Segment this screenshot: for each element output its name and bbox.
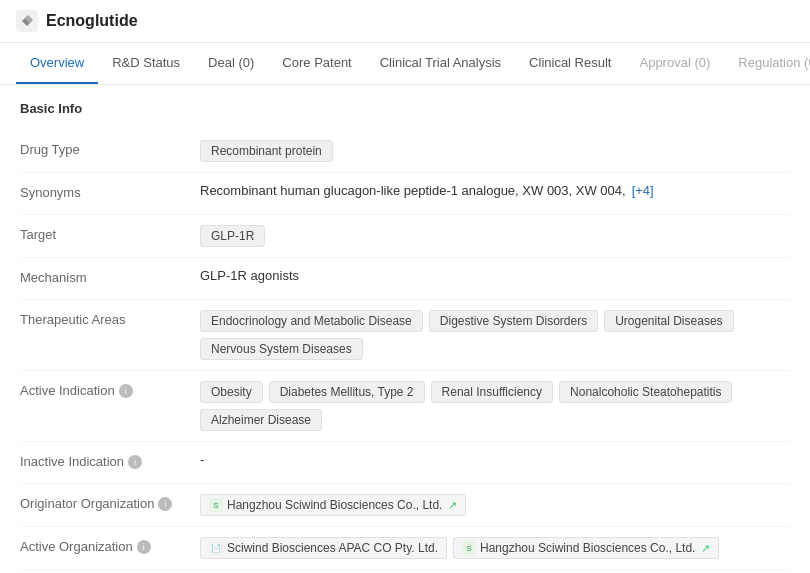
originator-org-label: Originator Organization i (20, 494, 200, 511)
org-name: Hangzhou Sciwind Biosciences Co., Ltd. (227, 498, 442, 512)
page-title: Ecnoglutide (46, 12, 138, 30)
active-org-label: Active Organization i (20, 537, 200, 554)
tab-regulation: Regulation (0) (724, 43, 810, 84)
originator-org-row: Originator Organization i S Hangzhou Sci… (20, 484, 790, 527)
drug-type-value: Recombinant protein (200, 140, 790, 162)
inactive-indication-row: Inactive Indication i - (20, 442, 790, 484)
tab-overview[interactable]: Overview (16, 43, 98, 84)
indication-tag-0: Obesity (200, 381, 263, 403)
originator-org-tag-0[interactable]: S Hangzhou Sciwind Biosciences Co., Ltd.… (200, 494, 466, 516)
org-external-link-icon-1: ↗ (701, 542, 710, 555)
active-org-value: 📄 Sciwind Biosciences APAC CO Pty. Ltd. … (200, 537, 790, 559)
therapeutic-areas-value: Endocrinology and Metabolic Disease Dige… (200, 310, 790, 360)
active-indication-value: Obesity Diabetes Mellitus, Type 2 Renal … (200, 381, 790, 431)
originator-org-value: S Hangzhou Sciwind Biosciences Co., Ltd.… (200, 494, 790, 516)
org-logo-icon: S (209, 498, 223, 512)
therapeutic-area-tag-1: Digestive System Disorders (429, 310, 598, 332)
therapeutic-area-tag-3: Nervous System Diseases (200, 338, 363, 360)
org-name-1: Hangzhou Sciwind Biosciences Co., Ltd. (480, 541, 695, 555)
active-org-row: Active Organization i 📄 Sciwind Bioscien… (20, 527, 790, 570)
active-org-tag-0[interactable]: 📄 Sciwind Biosciences APAC CO Pty. Ltd. (200, 537, 447, 559)
active-indication-row: Active Indication i Obesity Diabetes Mel… (20, 371, 790, 442)
therapeutic-area-tag-0: Endocrinology and Metabolic Disease (200, 310, 423, 332)
inactive-indication-value: - (200, 452, 790, 467)
drug-type-label: Drug Type (20, 140, 200, 157)
therapeutic-areas-label: Therapeutic Areas (20, 310, 200, 327)
active-org-info-icon[interactable]: i (137, 540, 151, 554)
originator-org-info-icon[interactable]: i (158, 497, 172, 511)
tab-clinical-result[interactable]: Clinical Result (515, 43, 625, 84)
org-logo-icon-1: S (462, 541, 476, 555)
mechanism-value: GLP-1R agonists (200, 268, 790, 283)
indication-tag-3: Nonalcoholic Steatohepatitis (559, 381, 732, 403)
tab-core-patent[interactable]: Core Patent (268, 43, 365, 84)
section-title: Basic Info (20, 101, 790, 116)
mechanism-label: Mechanism (20, 268, 200, 285)
drug-icon (16, 10, 38, 32)
tab-clinical-trial[interactable]: Clinical Trial Analysis (366, 43, 515, 84)
nav-tabs: Overview R&D Status Deal (0) Core Patent… (0, 43, 810, 85)
synonyms-row: Synonyms Recombinant human glucagon-like… (20, 173, 790, 215)
therapeutic-areas-row: Therapeutic Areas Endocrinology and Meta… (20, 300, 790, 371)
target-value: GLP-1R (200, 225, 790, 247)
target-tag: GLP-1R (200, 225, 265, 247)
synonyms-text: Recombinant human glucagon-like peptide-… (200, 183, 626, 198)
page-header: Ecnoglutide (0, 0, 810, 43)
inactive-indication-info-icon[interactable]: i (128, 455, 142, 469)
target-row: Target GLP-1R (20, 215, 790, 258)
synonyms-label: Synonyms (20, 183, 200, 200)
tab-rd-status[interactable]: R&D Status (98, 43, 194, 84)
main-content: Basic Info Drug Type Recombinant protein… (0, 85, 810, 573)
active-indication-info-icon[interactable]: i (119, 384, 133, 398)
tab-approval: Approval (0) (625, 43, 724, 84)
inactive-indication-label: Inactive Indication i (20, 452, 200, 469)
therapeutic-area-tag-2: Urogenital Diseases (604, 310, 733, 332)
active-indication-label: Active Indication i (20, 381, 200, 398)
org-name-0: Sciwind Biosciences APAC CO Pty. Ltd. (227, 541, 438, 555)
drug-type-row: Drug Type Recombinant protein (20, 130, 790, 173)
drug-type-tag: Recombinant protein (200, 140, 333, 162)
mechanism-row: Mechanism GLP-1R agonists (20, 258, 790, 300)
synonyms-value: Recombinant human glucagon-like peptide-… (200, 183, 790, 198)
org-doc-icon: 📄 (209, 541, 223, 555)
synonyms-more[interactable]: [+4] (632, 183, 654, 198)
indication-tag-2: Renal Insufficiency (431, 381, 554, 403)
indication-tag-4: Alzheimer Disease (200, 409, 322, 431)
active-org-tag-1[interactable]: S Hangzhou Sciwind Biosciences Co., Ltd.… (453, 537, 719, 559)
org-external-link-icon: ↗ (448, 499, 457, 512)
target-label: Target (20, 225, 200, 242)
tab-deal[interactable]: Deal (0) (194, 43, 268, 84)
indication-tag-1: Diabetes Mellitus, Type 2 (269, 381, 425, 403)
